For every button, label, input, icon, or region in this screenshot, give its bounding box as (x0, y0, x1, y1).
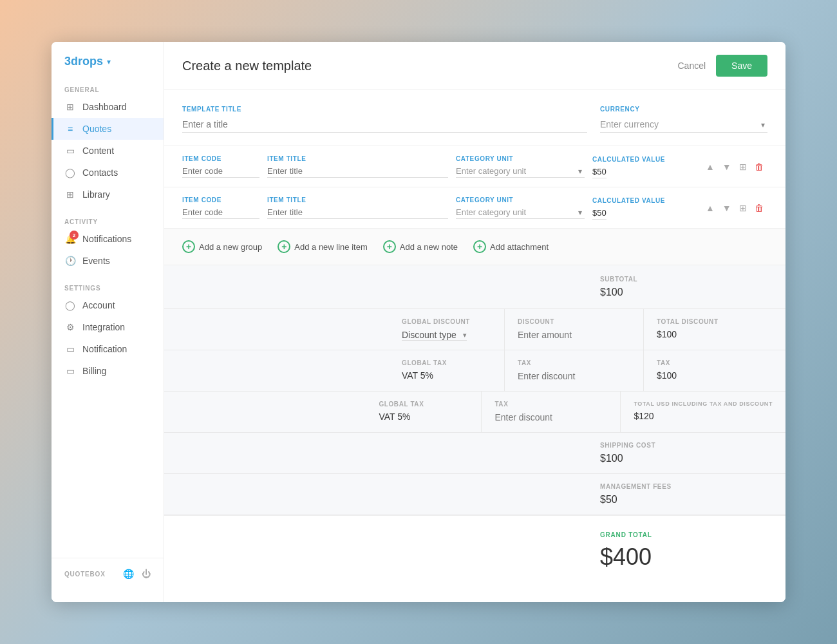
move-down-button-1[interactable]: ▼ (720, 159, 734, 175)
template-title-group: TEMPLATE TITLE (182, 106, 587, 133)
global-tax-value-2: VAT 5% (379, 412, 468, 422)
item-calc-col-1: CALCULATED VALUE $50 (592, 156, 695, 177)
discount-amount-col: DISCOUNT (505, 309, 644, 350)
grand-total-section: GRAND TOTAL $400 (164, 515, 785, 586)
item-code-input-1[interactable] (182, 165, 259, 178)
delete-button-1[interactable]: 🗑 (752, 159, 766, 175)
global-tax-value-1: VAT 5% (402, 370, 491, 381)
brand[interactable]: 3drops ▾ (52, 55, 164, 81)
item-category-select-2[interactable]: Enter category unit (456, 206, 585, 219)
item-title-col-1: ITEM TITLE (267, 155, 448, 178)
sidebar-item-label: Events (82, 256, 110, 266)
globe-icon[interactable]: 🌐 (123, 569, 134, 579)
mgmt-value: $50 (600, 494, 767, 506)
item-code-input-2[interactable] (182, 206, 259, 219)
tax-result-value-1: $100 (657, 370, 773, 381)
sidebar-item-label: Contacts (82, 167, 118, 178)
tax-left-spacer-2 (164, 392, 366, 432)
sidebar-item-label: Dashboard (82, 102, 127, 112)
tax-discount-input-1[interactable] (518, 371, 630, 381)
global-tax-label-2: GLOBAL TAX (379, 401, 468, 408)
item-title-input-2[interactable] (267, 206, 448, 219)
sidebar-item-notifications[interactable]: 🔔 2 Notifications (52, 228, 164, 250)
sidebar-item-billing[interactable]: ▭ Billing (52, 360, 164, 382)
duplicate-button-1[interactable]: ⊞ (737, 159, 749, 175)
main-content: TEMPLATE TITLE CURRENCY Enter currency U… (164, 90, 785, 602)
item-calc-label-2: CALCULATED VALUE (592, 197, 695, 204)
save-button[interactable]: Save (716, 55, 767, 77)
power-icon[interactable]: ⏻ (142, 569, 151, 579)
global-discount-label: GLOBAL DISCOUNT (402, 318, 491, 325)
item-calc-col-2: CALCULATED VALUE $50 (592, 197, 695, 218)
move-down-button-2[interactable]: ▼ (720, 200, 734, 216)
tax-label-2: TAX (494, 401, 607, 408)
sidebar-item-dashboard[interactable]: ⊞ Dashboard (52, 96, 164, 118)
integration-icon: ⚙ (64, 321, 76, 333)
category-select-wrapper-1: Enter category unit (456, 165, 585, 178)
sidebar-item-events[interactable]: 🕐 Events (52, 250, 164, 272)
discount-row: GLOBAL DISCOUNT Discount type Percentage… (164, 309, 785, 350)
sidebar: 3drops ▾ GENERAL ⊞ Dashboard ≡ Quotes ▭ … (52, 42, 164, 602)
sidebar-footer: QUOTEBOX 🌐 ⏻ (52, 558, 164, 589)
add-attachment-icon: + (473, 240, 486, 253)
settings-label: SETTINGS (52, 279, 164, 294)
sidebar-item-quotes[interactable]: ≡ Quotes (52, 118, 164, 140)
item-title-col-2: ITEM TITLE (267, 196, 448, 219)
total-usd-col: TOTAL USD INCLUDING TAX AND DISCOUNT $12… (621, 392, 785, 432)
duplicate-button-2[interactable]: ⊞ (737, 200, 749, 216)
discount-type-select[interactable]: Discount type Percentage Fixed (402, 330, 467, 341)
add-group-button[interactable]: + Add a new group (182, 238, 262, 256)
sidebar-item-content[interactable]: ▭ Content (52, 140, 164, 162)
add-line-label: Add a new line item (294, 242, 367, 252)
global-tax-col-1: GLOBAL TAX VAT 5% (389, 350, 505, 391)
main-header: Create a new template Cancel Save (164, 42, 785, 90)
item-code-col-1: ITEM CODE (182, 155, 259, 178)
sidebar-item-account[interactable]: ◯ Account (52, 294, 164, 316)
sidebar-item-contacts[interactable]: ◯ Contacts (52, 162, 164, 184)
add-note-button[interactable]: + Add a new note (383, 238, 458, 256)
add-line-button[interactable]: + Add a new line item (277, 238, 367, 256)
item-category-select-1[interactable]: Enter category unit (456, 165, 585, 178)
sidebar-item-label: Billing (82, 366, 106, 376)
page-title: Create a new template (182, 59, 667, 73)
item-row-1: ITEM CODE ITEM TITLE CATEGORY UNIT Enter… (164, 146, 785, 187)
item-category-label-1: CATEGORY UNIT (456, 155, 585, 162)
template-title-input[interactable] (182, 117, 587, 133)
account-icon: ◯ (64, 299, 76, 311)
currency-select-wrapper: Enter currency USD EUR GBP (600, 117, 767, 133)
move-up-button-2[interactable]: ▲ (703, 200, 717, 216)
add-attachment-button[interactable]: + Add attachment (473, 238, 549, 256)
mgmt-block: MANAGEMENT FEES $50 (600, 483, 767, 506)
item-title-input-1[interactable] (267, 165, 448, 178)
footer-label: QUOTEBOX (64, 571, 115, 578)
move-up-button-1[interactable]: ▲ (703, 159, 717, 175)
sidebar-item-label: Content (82, 146, 114, 156)
sidebar-item-label: Library (82, 189, 110, 200)
shipping-row: SHIPPING COST $100 (164, 433, 785, 474)
category-select-wrapper-2: Enter category unit (456, 206, 585, 219)
item-actions-1: ▲ ▼ ⊞ 🗑 (703, 159, 767, 175)
notification-badge: 2 (70, 231, 79, 240)
currency-select[interactable]: Enter currency USD EUR GBP (600, 117, 767, 133)
add-note-label: Add a new note (400, 242, 458, 252)
brand-chevron: ▾ (107, 57, 111, 66)
discount-amount-input[interactable] (518, 330, 630, 340)
global-tax-label-1: GLOBAL TAX (402, 359, 491, 366)
sidebar-item-library[interactable]: ⊞ Library (52, 184, 164, 205)
cancel-button[interactable]: Cancel (667, 55, 716, 76)
item-code-col-2: ITEM CODE (182, 196, 259, 219)
item-row-2: ITEM CODE ITEM TITLE CATEGORY UNIT Enter… (164, 187, 785, 229)
sidebar-item-notification[interactable]: ▭ Notification (52, 338, 164, 360)
totals-section: SUBTOTAL $100 GLOBAL DISCOUNT Discount t… (164, 265, 785, 515)
shipping-block: SHIPPING COST $100 (600, 442, 767, 464)
item-calc-value-2: $50 (592, 207, 607, 220)
add-note-icon: + (383, 240, 396, 253)
tax-discount-input-2[interactable] (494, 412, 607, 422)
sidebar-item-label: Notification (82, 344, 127, 354)
grand-total-value: $400 (600, 544, 767, 571)
discount-label: DISCOUNT (518, 318, 630, 325)
add-actions-row: + Add a new group + Add a new line item … (164, 229, 785, 265)
delete-button-2[interactable]: 🗑 (752, 200, 766, 216)
total-discount-value: $100 (657, 329, 773, 339)
sidebar-item-integration[interactable]: ⚙ Integration (52, 316, 164, 338)
